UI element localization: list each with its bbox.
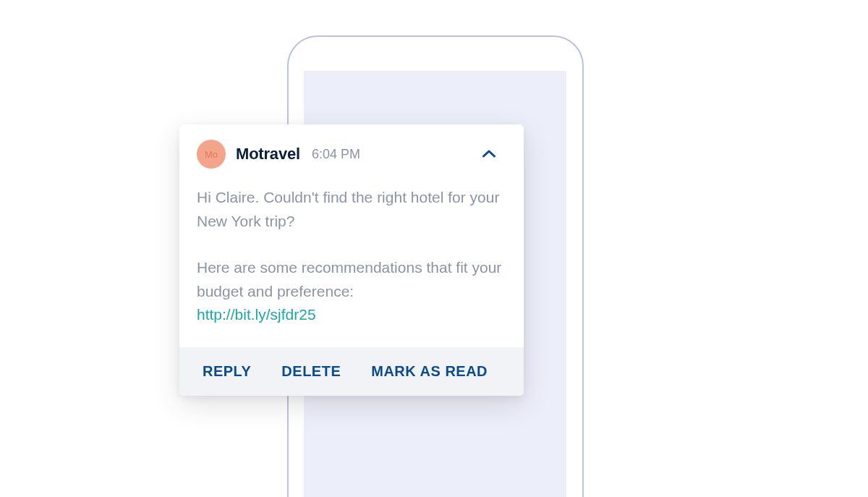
delete-button[interactable]: DELETE [281,363,341,380]
avatar-initials: Mo [205,149,218,160]
recommendations-link[interactable]: http://bit.ly/sjfdr25 [197,306,316,323]
notification-card: Mo Motravel 6:04 PM Hi Claire. Couldn't … [179,124,524,396]
notification-header: Mo Motravel 6:04 PM [179,124,524,169]
body-paragraph-1: Hi Claire. Couldn't find the right hotel… [197,186,506,233]
notification-actions: REPLY DELETE MARK AS READ [179,347,524,396]
avatar: Mo [197,140,226,169]
notification-body: Hi Claire. Couldn't find the right hotel… [179,169,524,347]
chevron-up-icon [482,150,495,158]
body-paragraph-2: Here are some recommendations that fit y… [197,256,506,303]
mark-as-read-button[interactable]: MARK AS READ [371,363,488,380]
reply-button[interactable]: REPLY [203,363,251,380]
collapse-button[interactable] [479,144,499,164]
timestamp: 6:04 PM [312,147,360,162]
sender-name: Motravel [236,145,300,163]
